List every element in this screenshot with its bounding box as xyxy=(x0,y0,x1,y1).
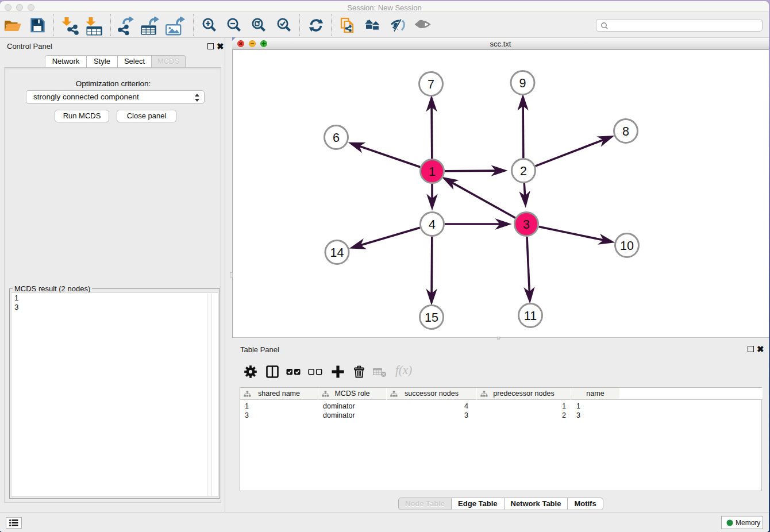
svg-text:9: 9 xyxy=(519,76,526,90)
svg-text:3: 3 xyxy=(523,218,530,232)
svg-text:14: 14 xyxy=(330,246,344,260)
svg-text:6: 6 xyxy=(333,131,340,145)
svg-text:7: 7 xyxy=(428,78,434,91)
svg-text:15: 15 xyxy=(425,311,438,325)
svg-text:2: 2 xyxy=(520,164,527,178)
svg-text:11: 11 xyxy=(524,309,537,323)
svg-text:8: 8 xyxy=(622,125,629,138)
svg-text:4: 4 xyxy=(429,218,436,232)
svg-text:10: 10 xyxy=(620,239,634,253)
svg-text:1: 1 xyxy=(429,165,436,179)
